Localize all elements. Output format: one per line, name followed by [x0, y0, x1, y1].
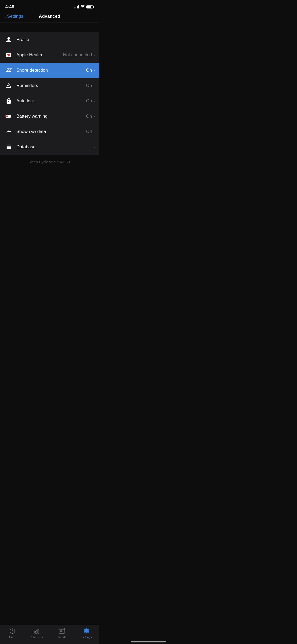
battery-status-icon: [86, 5, 94, 8]
settings-list: Profile › Apple Health Not connected › Z…: [0, 32, 99, 155]
health-icon: [4, 50, 13, 59]
status-bar: 4:48: [0, 0, 99, 12]
reminders-chevron: ›: [93, 84, 95, 88]
alert-icon: [4, 81, 13, 90]
apple-health-label: Apple Health: [16, 52, 63, 58]
reminders-label: Reminders: [16, 83, 86, 88]
person-icon: [4, 35, 13, 44]
auto-lock-row[interactable]: Auto lock On ›: [0, 93, 99, 109]
show-raw-data-label: Show raw data: [16, 129, 86, 134]
snore-detection-label: Snore detection: [16, 68, 86, 73]
battery-warning-value: On: [86, 114, 92, 119]
svg-rect-9: [7, 147, 11, 148]
battery-warning-row[interactable]: Battery warning On ›: [0, 109, 99, 124]
profile-row[interactable]: Profile ›: [0, 32, 99, 47]
svg-rect-7: [7, 145, 11, 145]
profile-label: Profile: [16, 37, 93, 42]
battery-warning-chevron: ›: [93, 114, 95, 118]
status-time: 4:48: [5, 4, 14, 10]
wifi-icon: [81, 5, 85, 9]
svg-rect-10: [7, 148, 11, 149]
auto-lock-chevron: ›: [93, 99, 95, 103]
svg-rect-2: [6, 116, 8, 117]
profile-chevron: ›: [93, 38, 95, 42]
reminders-row[interactable]: Reminders On ›: [0, 78, 99, 93]
snore-detection-value: On: [86, 68, 92, 73]
auto-lock-label: Auto lock: [16, 98, 86, 104]
nav-bar: ‹ Settings Advanced: [0, 12, 99, 22]
battery-warn-icon: [4, 112, 13, 121]
show-raw-data-row[interactable]: Show raw data Off ›: [0, 124, 99, 139]
snore-detection-row[interactable]: ZZ Snore detection On ›: [0, 63, 99, 78]
database-row[interactable]: Database ›: [0, 139, 99, 155]
reminders-value: On: [86, 83, 92, 88]
back-chevron-icon: ‹: [4, 14, 6, 19]
section-gap: [0, 22, 99, 32]
signal-icon: [74, 5, 79, 8]
database-label: Database: [16, 144, 93, 150]
svg-rect-8: [7, 146, 11, 147]
show-raw-data-value: Off: [86, 129, 92, 134]
apple-health-chevron: ›: [93, 53, 95, 57]
apple-health-value: Not connected: [63, 52, 92, 58]
snore-detection-chevron: ›: [93, 68, 95, 72]
svg-rect-3: [11, 116, 11, 117]
battery-warning-label: Battery warning: [16, 114, 86, 119]
version-text: Sleep Cycle v5.5.5 #4921: [0, 155, 99, 169]
show-raw-data-chevron: ›: [93, 130, 95, 134]
back-button[interactable]: ‹ Settings: [4, 14, 23, 19]
database-icon: [4, 142, 13, 151]
status-icons: [74, 5, 94, 9]
snore-icon: ZZ: [4, 66, 13, 75]
auto-lock-value: On: [86, 98, 92, 104]
lock-icon: [4, 96, 13, 105]
raw-data-icon: [4, 127, 13, 136]
apple-health-row[interactable]: Apple Health Not connected ›: [0, 47, 99, 63]
back-label: Settings: [7, 14, 23, 19]
database-chevron: ›: [93, 145, 95, 149]
page-title: Advanced: [39, 14, 60, 19]
